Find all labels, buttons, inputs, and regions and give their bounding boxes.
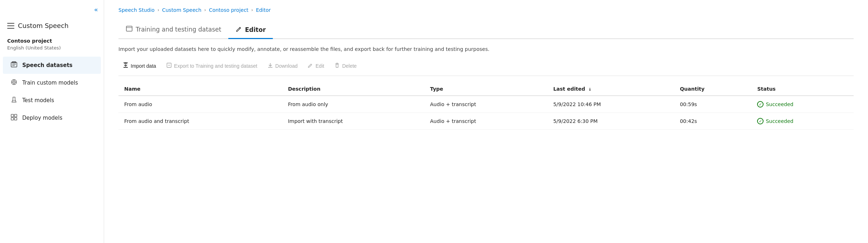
row1-quantity: 00:59s xyxy=(674,96,752,113)
export-icon xyxy=(166,62,172,69)
import-icon xyxy=(123,62,129,69)
tab-editor[interactable]: Editor xyxy=(228,22,273,39)
svg-line-20 xyxy=(239,28,240,29)
sidebar-item-speech-datasets[interactable]: Speech datasets xyxy=(3,57,101,74)
col-header-quantity: Quantity xyxy=(674,82,752,96)
row2-type: Audio + transcript xyxy=(424,113,547,130)
svg-rect-17 xyxy=(14,118,17,120)
row2-succeeded-icon: ✓ xyxy=(757,118,764,124)
svg-rect-16 xyxy=(11,118,14,120)
sidebar: « Custom Speech Contoso project English … xyxy=(0,0,104,243)
table-row: From audio and transcript Import with tr… xyxy=(118,113,854,130)
sidebar-item-test-models-label: Test models xyxy=(22,97,54,104)
svg-rect-29 xyxy=(336,64,338,67)
table-row: From audio From audio only Audio + trans… xyxy=(118,96,854,113)
row2-last-edited: 5/9/2022 6:30 PM xyxy=(547,113,674,130)
breadcrumb-contoso-project[interactable]: Contoso project xyxy=(209,7,248,13)
breadcrumb-editor[interactable]: Editor xyxy=(256,7,271,13)
row1-description: From audio only xyxy=(282,96,424,113)
svg-rect-14 xyxy=(11,114,14,117)
sidebar-item-speech-datasets-label: Speech datasets xyxy=(22,62,73,68)
tabs-row: Training and testing dataset Editor xyxy=(118,22,854,39)
test-models-icon xyxy=(10,96,18,105)
sidebar-collapse-button[interactable]: « xyxy=(0,6,104,19)
row1-succeeded-icon: ✓ xyxy=(757,101,764,108)
sidebar-item-test-models[interactable]: Test models xyxy=(3,92,101,109)
sidebar-item-train-custom-models[interactable]: Train custom models xyxy=(3,74,101,91)
sidebar-title: Custom Speech xyxy=(0,19,104,35)
export-label: Export to Training and testing dataset xyxy=(174,63,257,69)
svg-rect-18 xyxy=(126,26,132,31)
sidebar-title-text: Custom Speech xyxy=(18,22,69,29)
collapse-icon: « xyxy=(94,6,98,13)
tab-training-testing-label: Training and testing dataset xyxy=(136,26,221,33)
sidebar-item-deploy-models-label: Deploy models xyxy=(22,115,62,121)
tab-editor-label: Editor xyxy=(245,26,266,33)
row1-type: Audio + transcript xyxy=(424,96,547,113)
sidebar-item-train-models-label: Train custom models xyxy=(22,80,78,86)
edit-button[interactable]: Edit xyxy=(303,60,328,71)
svg-rect-2 xyxy=(7,28,14,29)
download-icon xyxy=(267,62,273,69)
row1-name[interactable]: From audio xyxy=(118,96,282,113)
row1-status: ✓ Succeeded xyxy=(751,96,854,113)
row1-status-badge: ✓ Succeeded xyxy=(757,101,848,108)
project-language: English (United States) xyxy=(0,44,104,56)
row2-status-badge: ✓ Succeeded xyxy=(757,118,848,124)
breadcrumb-custom-speech[interactable]: Custom Speech xyxy=(162,7,201,13)
svg-rect-15 xyxy=(14,114,17,117)
sidebar-item-deploy-models[interactable]: Deploy models xyxy=(3,109,101,127)
col-header-last-edited[interactable]: Last edited ↓ xyxy=(547,82,674,96)
project-name: Contoso project xyxy=(0,35,104,44)
svg-rect-1 xyxy=(7,25,14,26)
row1-last-edited: 5/9/2022 10:46 PM xyxy=(547,96,674,113)
breadcrumb-sep-3: › xyxy=(251,8,253,13)
tab-training-testing-dataset[interactable]: Training and testing dataset xyxy=(118,22,228,39)
col-header-name: Name xyxy=(118,82,282,96)
col-header-description: Description xyxy=(282,82,424,96)
edit-icon xyxy=(308,62,313,69)
export-button[interactable]: Export to Training and testing dataset xyxy=(162,60,262,71)
breadcrumb: Speech Studio › Custom Speech › Contoso … xyxy=(118,7,854,13)
import-data-button[interactable]: Import data xyxy=(118,60,160,71)
col-header-type: Type xyxy=(424,82,547,96)
sidebar-nav: Speech datasets Train custom models xyxy=(0,56,104,127)
download-label: Download xyxy=(275,63,298,69)
delete-button[interactable]: Delete xyxy=(330,60,361,71)
col-header-status: Status xyxy=(751,82,854,96)
svg-point-8 xyxy=(13,81,15,83)
editor-tab-icon xyxy=(235,26,242,34)
breadcrumb-sep-2: › xyxy=(204,8,206,13)
svg-rect-0 xyxy=(7,23,14,24)
main-content: Speech Studio › Custom Speech › Contoso … xyxy=(104,0,868,243)
deploy-models-icon xyxy=(10,114,18,122)
row2-quantity: 00:42s xyxy=(674,113,752,130)
breadcrumb-sep-1: › xyxy=(158,8,159,13)
sort-icon: ↓ xyxy=(588,87,592,92)
data-table: Name Description Type Last edited ↓ Quan… xyxy=(118,82,854,130)
train-models-icon xyxy=(10,78,18,87)
dataset-tab-icon xyxy=(126,25,133,34)
speech-datasets-icon xyxy=(10,61,18,70)
toolbar: Import data Export to Training and testi… xyxy=(118,60,854,76)
delete-icon xyxy=(334,62,340,69)
download-button[interactable]: Download xyxy=(263,60,302,71)
import-data-label: Import data xyxy=(131,63,156,69)
breadcrumb-speech-studio[interactable]: Speech Studio xyxy=(118,7,155,13)
delete-label: Delete xyxy=(342,63,356,69)
row2-name[interactable]: From audio and transcript xyxy=(118,113,282,130)
row2-status: ✓ Succeeded xyxy=(751,113,854,130)
hamburger-icon xyxy=(7,23,14,29)
edit-label: Edit xyxy=(316,63,324,69)
row2-description: Import with transcript xyxy=(282,113,424,130)
page-description: Import your uploaded datasets here to qu… xyxy=(118,46,854,53)
